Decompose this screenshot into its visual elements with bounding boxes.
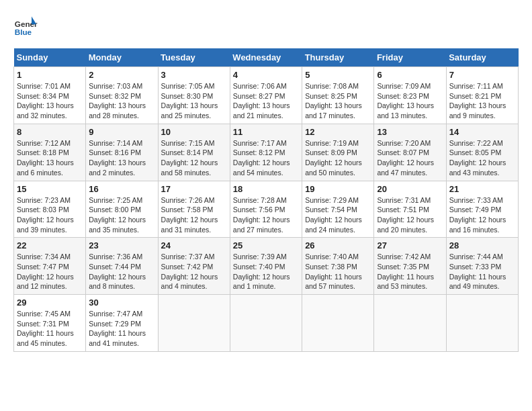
day-number: 8 [17, 127, 83, 137]
day-number: 6 [377, 70, 443, 80]
weekday-header-saturday: Saturday [446, 48, 518, 67]
calendar-cell [374, 295, 446, 352]
day-number: 21 [449, 184, 515, 194]
calendar-cell: 12Sunrise: 7:19 AM Sunset: 8:09 PM Dayli… [302, 124, 374, 181]
day-number: 29 [17, 298, 83, 308]
calendar-week-1: 1Sunrise: 7:01 AM Sunset: 8:34 PM Daylig… [14, 67, 519, 124]
day-info: Sunrise: 7:14 AM Sunset: 8:16 PM Dayligh… [89, 138, 154, 178]
day-number: 18 [233, 184, 299, 194]
day-number: 1 [17, 70, 83, 80]
day-info: Sunrise: 7:47 AM Sunset: 7:29 PM Dayligh… [89, 309, 154, 349]
calendar-cell: 3Sunrise: 7:05 AM Sunset: 8:30 PM Daylig… [158, 67, 230, 124]
day-info: Sunrise: 7:39 AM Sunset: 7:40 PM Dayligh… [233, 252, 299, 291]
svg-text:Blue: Blue [15, 28, 32, 36]
calendar-cell: 9Sunrise: 7:14 AM Sunset: 8:16 PM Daylig… [86, 124, 158, 181]
logo: General Blue [13, 13, 38, 38]
weekday-header-sunday: Sunday [14, 48, 86, 67]
day-info: Sunrise: 7:29 AM Sunset: 7:54 PM Dayligh… [305, 195, 371, 235]
day-info: Sunrise: 7:12 AM Sunset: 8:18 PM Dayligh… [17, 138, 83, 178]
calendar-cell: 19Sunrise: 7:29 AM Sunset: 7:54 PM Dayli… [302, 181, 374, 238]
calendar-cell: 14Sunrise: 7:22 AM Sunset: 8:05 PM Dayli… [446, 124, 518, 181]
calendar-cell: 24Sunrise: 7:37 AM Sunset: 7:42 PM Dayli… [158, 238, 230, 295]
calendar-cell: 16Sunrise: 7:25 AM Sunset: 8:00 PM Dayli… [86, 181, 158, 238]
day-info: Sunrise: 7:36 AM Sunset: 7:44 PM Dayligh… [89, 252, 154, 291]
calendar-cell: 21Sunrise: 7:33 AM Sunset: 7:49 PM Dayli… [446, 181, 518, 238]
day-number: 3 [161, 70, 227, 80]
day-number: 25 [233, 240, 299, 250]
day-info: Sunrise: 7:40 AM Sunset: 7:38 PM Dayligh… [305, 252, 371, 291]
day-number: 28 [449, 240, 515, 250]
day-info: Sunrise: 7:15 AM Sunset: 8:14 PM Dayligh… [161, 138, 227, 178]
calendar-cell: 23Sunrise: 7:36 AM Sunset: 7:44 PM Dayli… [86, 238, 158, 295]
day-number: 23 [89, 240, 154, 250]
day-number: 11 [233, 127, 299, 137]
day-info: Sunrise: 7:28 AM Sunset: 7:56 PM Dayligh… [233, 195, 299, 235]
day-info: Sunrise: 7:37 AM Sunset: 7:42 PM Dayligh… [161, 252, 227, 291]
day-info: Sunrise: 7:23 AM Sunset: 8:03 PM Dayligh… [17, 195, 83, 235]
day-number: 2 [89, 70, 154, 80]
calendar-cell: 17Sunrise: 7:26 AM Sunset: 7:58 PM Dayli… [158, 181, 230, 238]
day-number: 13 [377, 127, 443, 137]
calendar-week-4: 22Sunrise: 7:34 AM Sunset: 7:47 PM Dayli… [14, 238, 519, 295]
day-info: Sunrise: 7:17 AM Sunset: 8:12 PM Dayligh… [233, 138, 299, 178]
calendar-week-5: 29Sunrise: 7:45 AM Sunset: 7:31 PM Dayli… [14, 295, 519, 352]
weekday-header-tuesday: Tuesday [158, 48, 230, 67]
calendar-cell: 25Sunrise: 7:39 AM Sunset: 7:40 PM Dayli… [230, 238, 302, 295]
day-number: 14 [449, 127, 515, 137]
calendar-cell: 8Sunrise: 7:12 AM Sunset: 8:18 PM Daylig… [14, 124, 86, 181]
calendar-cell: 6Sunrise: 7:09 AM Sunset: 8:23 PM Daylig… [374, 67, 446, 124]
calendar-cell: 28Sunrise: 7:44 AM Sunset: 7:33 PM Dayli… [446, 238, 518, 295]
day-number: 9 [89, 127, 154, 137]
calendar-cell: 15Sunrise: 7:23 AM Sunset: 8:03 PM Dayli… [14, 181, 86, 238]
calendar-cell: 2Sunrise: 7:03 AM Sunset: 8:32 PM Daylig… [86, 67, 158, 124]
calendar-cell: 20Sunrise: 7:31 AM Sunset: 7:51 PM Dayli… [374, 181, 446, 238]
calendar-cell [302, 295, 374, 352]
day-info: Sunrise: 7:05 AM Sunset: 8:30 PM Dayligh… [161, 81, 227, 121]
weekday-header-row: SundayMondayTuesdayWednesdayThursdayFrid… [14, 48, 519, 67]
day-number: 4 [233, 70, 299, 80]
calendar-table: SundayMondayTuesdayWednesdayThursdayFrid… [13, 48, 519, 352]
day-info: Sunrise: 7:42 AM Sunset: 7:35 PM Dayligh… [377, 252, 443, 291]
day-number: 15 [17, 184, 83, 194]
weekday-header-monday: Monday [86, 48, 158, 67]
calendar-cell: 30Sunrise: 7:47 AM Sunset: 7:29 PM Dayli… [86, 295, 158, 352]
day-info: Sunrise: 7:19 AM Sunset: 8:09 PM Dayligh… [305, 138, 371, 178]
day-info: Sunrise: 7:01 AM Sunset: 8:34 PM Dayligh… [17, 81, 83, 121]
day-info: Sunrise: 7:09 AM Sunset: 8:23 PM Dayligh… [377, 81, 443, 121]
day-number: 30 [89, 298, 154, 308]
calendar-cell: 11Sunrise: 7:17 AM Sunset: 8:12 PM Dayli… [230, 124, 302, 181]
calendar-cell: 26Sunrise: 7:40 AM Sunset: 7:38 PM Dayli… [302, 238, 374, 295]
day-info: Sunrise: 7:33 AM Sunset: 7:49 PM Dayligh… [449, 195, 515, 235]
calendar-cell [446, 295, 518, 352]
day-info: Sunrise: 7:06 AM Sunset: 8:27 PM Dayligh… [233, 81, 299, 121]
calendar-week-3: 15Sunrise: 7:23 AM Sunset: 8:03 PM Dayli… [14, 181, 519, 238]
day-number: 22 [17, 240, 83, 250]
calendar-cell: 22Sunrise: 7:34 AM Sunset: 7:47 PM Dayli… [14, 238, 86, 295]
day-number: 7 [449, 70, 515, 80]
calendar-cell [230, 295, 302, 352]
day-number: 26 [305, 240, 371, 250]
day-info: Sunrise: 7:03 AM Sunset: 8:32 PM Dayligh… [89, 81, 154, 121]
calendar-cell: 7Sunrise: 7:11 AM Sunset: 8:21 PM Daylig… [446, 67, 518, 124]
page-header: General Blue [13, 13, 519, 38]
calendar-cell: 1Sunrise: 7:01 AM Sunset: 8:34 PM Daylig… [14, 67, 86, 124]
day-number: 17 [161, 184, 227, 194]
calendar-cell: 29Sunrise: 7:45 AM Sunset: 7:31 PM Dayli… [14, 295, 86, 352]
day-number: 24 [161, 240, 227, 250]
day-number: 10 [161, 127, 227, 137]
day-info: Sunrise: 7:20 AM Sunset: 8:07 PM Dayligh… [377, 138, 443, 178]
calendar-cell [158, 295, 230, 352]
day-info: Sunrise: 7:08 AM Sunset: 8:25 PM Dayligh… [305, 81, 371, 121]
weekday-header-wednesday: Wednesday [230, 48, 302, 67]
day-number: 12 [305, 127, 371, 137]
day-info: Sunrise: 7:11 AM Sunset: 8:21 PM Dayligh… [449, 81, 515, 121]
day-info: Sunrise: 7:22 AM Sunset: 8:05 PM Dayligh… [449, 138, 515, 178]
day-number: 16 [89, 184, 154, 194]
calendar-cell: 27Sunrise: 7:42 AM Sunset: 7:35 PM Dayli… [374, 238, 446, 295]
day-info: Sunrise: 7:31 AM Sunset: 7:51 PM Dayligh… [377, 195, 443, 235]
day-info: Sunrise: 7:25 AM Sunset: 8:00 PM Dayligh… [89, 195, 154, 235]
calendar-cell: 5Sunrise: 7:08 AM Sunset: 8:25 PM Daylig… [302, 67, 374, 124]
day-number: 19 [305, 184, 371, 194]
day-number: 5 [305, 70, 371, 80]
day-number: 20 [377, 184, 443, 194]
